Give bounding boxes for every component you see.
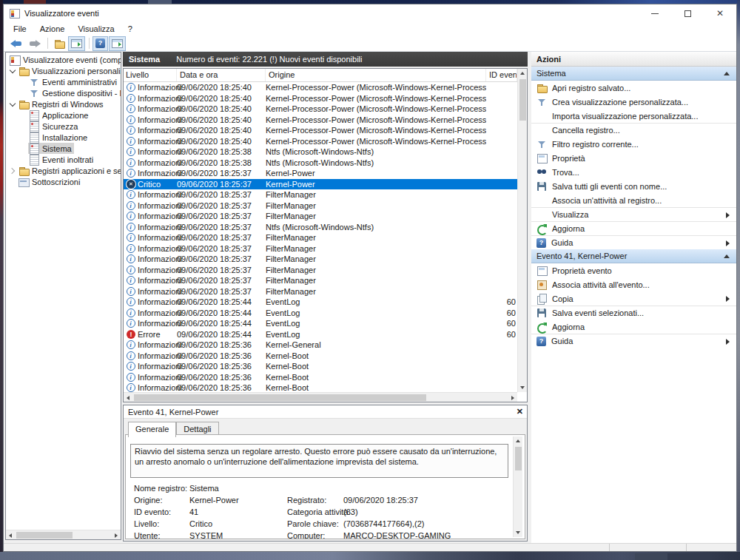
action-aggiorna[interactable]: Aggiorna [531,320,736,334]
action-salva-tutti-gli-eventi-con-nome[interactable]: Salva tutti gli eventi con nome... [531,179,736,193]
open-saved-log-button[interactable] [51,36,67,51]
tree-item-visualizzatore-eventi-computer[interactable]: Visualizzatore eventi (computer [6,54,121,65]
menu-item-visualizza[interactable]: Visualizza [71,22,121,36]
action-importa-visualizzazione-personalizzata[interactable]: Importa visualizzazione personalizzata..… [531,109,736,123]
actions-section-header-evento-41-kernel-power[interactable]: Evento 41, Kernel-Power [531,249,736,263]
tree-item-eventi-inoltrati[interactable]: Eventi inoltrati [6,154,121,165]
event-row[interactable]: Informazioni09/06/2020 18:25:37FilterMan… [124,243,517,254]
tree-item-gestione-dispositivi-nvi[interactable]: Gestione dispositivi - NVI [6,87,121,98]
scroll-right-icon[interactable] [115,533,118,538]
minimize-button[interactable] [639,4,671,22]
action-visualizza[interactable]: Visualizza [531,207,736,221]
event-row[interactable]: Informazioni09/06/2020 18:25:40Kernel-Pr… [124,82,517,93]
scroll-left-icon[interactable] [9,533,12,538]
event-row[interactable]: Errore09/06/2020 18:25:44EventLog60 [124,329,517,340]
action-cancella-registro[interactable]: Cancella registro... [531,123,736,137]
back-button[interactable] [7,36,25,51]
event-row[interactable]: Informazioni09/06/2020 18:25:37FilterMan… [124,275,517,286]
tree-item-installazione[interactable]: Installazione [6,132,121,143]
forward-button[interactable] [26,36,44,51]
event-row[interactable]: Informazioni09/06/2020 18:25:44EventLog6… [124,297,517,308]
actions-section-header-sistema[interactable]: Sistema [531,67,736,81]
scroll-down-icon[interactable] [520,386,525,389]
event-row[interactable]: Informazioni09/06/2020 18:25:37FilterMan… [124,200,517,212]
action-crea-visualizzazione-personalizzata[interactable]: Crea visualizzazione personalizzata... [531,95,736,109]
column-header-origine[interactable]: Origine [266,69,486,81]
maximize-button[interactable] [671,4,704,22]
event-row[interactable]: Critico09/06/2020 18:25:37Kernel-Power [124,179,517,190]
scroll-up-icon[interactable] [516,439,520,442]
collapse-icon[interactable] [724,72,730,75]
event-row[interactable]: Informazioni09/06/2020 18:25:44EventLog6… [124,318,517,329]
event-row[interactable]: Informazioni09/06/2020 18:25:40Kernel-Pr… [124,115,517,126]
event-row[interactable]: Informazioni09/06/2020 18:25:37FilterMan… [124,254,517,265]
tree-item-eventi-amministrativi[interactable]: Eventi amministrativi [6,76,121,87]
events-hscroll-thumb[interactable] [134,394,426,401]
scroll-up-icon[interactable] [520,72,525,75]
event-row[interactable]: Informazioni09/06/2020 18:25:36Kernel-Bo… [124,382,517,392]
detail-vertical-scrollbar[interactable] [513,436,522,537]
tree-item-sistema[interactable]: Sistema [6,143,121,154]
event-row[interactable]: Informazioni09/06/2020 18:25:37FilterMan… [124,211,517,222]
action-aggiorna[interactable]: Aggiorna [531,221,736,235]
event-row[interactable]: Informazioni09/06/2020 18:25:36Kernel-Ge… [124,340,517,351]
event-row[interactable]: Informazioni09/06/2020 18:25:40Kernel-Pr… [124,125,517,136]
close-button[interactable]: ✕ [704,4,736,22]
chevron-right-icon[interactable] [7,166,18,176]
column-header-livello[interactable]: Livello [124,69,177,81]
event-row[interactable]: Informazioni09/06/2020 18:25:40Kernel-Pr… [124,104,517,115]
tree-item-registri-applicazioni-e-servizi[interactable]: Registri applicazioni e servizi [6,165,121,176]
menu-item-help[interactable]: ? [121,22,139,36]
action-propriet[interactable]: Proprietà [531,151,736,165]
action-guida[interactable]: Guida [531,334,736,348]
event-row[interactable]: Informazioni09/06/2020 18:25:37FilterMan… [124,232,517,243]
column-header-id-even[interactable]: ID even [486,69,517,81]
collapse-icon[interactable] [724,254,730,258]
events-vscroll-thumb[interactable] [519,79,526,121]
events-horizontal-scrollbar[interactable] [124,392,517,402]
event-row[interactable]: Informazioni09/06/2020 18:25:44EventLog6… [124,308,517,319]
event-row[interactable]: Informazioni09/06/2020 18:25:38Ntfs (Mic… [124,158,517,169]
menu-item-azione[interactable]: Azione [33,22,72,36]
tree-hscroll-thumb[interactable] [16,532,73,539]
action-trova[interactable]: Trova... [531,165,736,179]
tree-item-visualizzazioni-personalizzate[interactable]: Visualizzazioni personalizzate [6,65,121,76]
event-row[interactable]: Informazioni09/06/2020 18:25:37FilterMan… [124,265,517,276]
tree-item-applicazione[interactable]: Applicazione [6,109,121,121]
event-row[interactable]: Informazioni09/06/2020 18:25:36Kernel-Bo… [124,372,517,383]
event-row[interactable]: Informazioni09/06/2020 18:25:37FilterMan… [124,286,517,297]
event-row[interactable]: Informazioni09/06/2020 18:25:36Kernel-Bo… [124,351,517,362]
action-salva-eventi-selezionati[interactable]: Salva eventi selezionati... [531,306,736,320]
event-row[interactable]: Informazioni09/06/2020 18:25:40Kernel-Pr… [124,93,517,104]
tree-item-registri-di-windows[interactable]: Registri di Windows [6,98,121,109]
scroll-down-icon[interactable] [516,531,520,534]
menu-item-file[interactable]: File [7,22,33,36]
event-row[interactable]: Informazioni09/06/2020 18:25:37Ntfs (Mic… [124,222,517,233]
scroll-left-icon[interactable] [127,396,130,400]
column-header-data-e-ora[interactable]: Data e ora [177,69,266,81]
show-console-tree-button[interactable] [68,36,85,51]
event-row[interactable]: Informazioni09/06/2020 18:25:37Kernel-Po… [124,168,517,179]
chevron-down-icon[interactable] [7,66,18,76]
action-filtro-registro-corrente[interactable]: Filtro registro corrente... [531,137,736,151]
event-row[interactable]: Informazioni09/06/2020 18:25:36Kernel-Bo… [124,361,517,372]
event-row[interactable]: Informazioni09/06/2020 18:25:37FilterMan… [124,189,517,200]
detail-close-icon[interactable]: ✕ [517,407,523,416]
detail-vscroll-thumb[interactable] [515,447,522,470]
show-action-pane-button[interactable] [109,36,126,51]
event-row[interactable]: Informazioni09/06/2020 18:25:40Kernel-Pr… [124,136,517,147]
chevron-down-icon[interactable] [7,99,18,109]
action-apri-registro-salvato[interactable]: Apri registro salvato... [531,81,736,95]
tree-item-sicurezza[interactable]: Sicurezza [6,121,121,132]
action-guida[interactable]: Guida [531,235,736,249]
title-bar[interactable]: Visualizzatore eventi ✕ [4,4,736,22]
action-copia[interactable]: Copia [531,291,736,306]
scroll-right-icon[interactable] [511,396,514,400]
help-button[interactable] [92,36,108,51]
tree-item-sottoscrizioni[interactable]: Sottoscrizioni [6,176,121,187]
event-row[interactable]: Informazioni09/06/2020 18:25:38Ntfs (Mic… [124,146,517,158]
action-propriet-evento[interactable]: Proprietà evento [531,263,736,277]
action-associa-un-attivit-al-registro[interactable]: Associa un'attività al registro... [531,193,736,207]
tab-generale[interactable]: Generale [128,422,176,437]
events-vertical-scrollbar[interactable] [517,69,527,392]
